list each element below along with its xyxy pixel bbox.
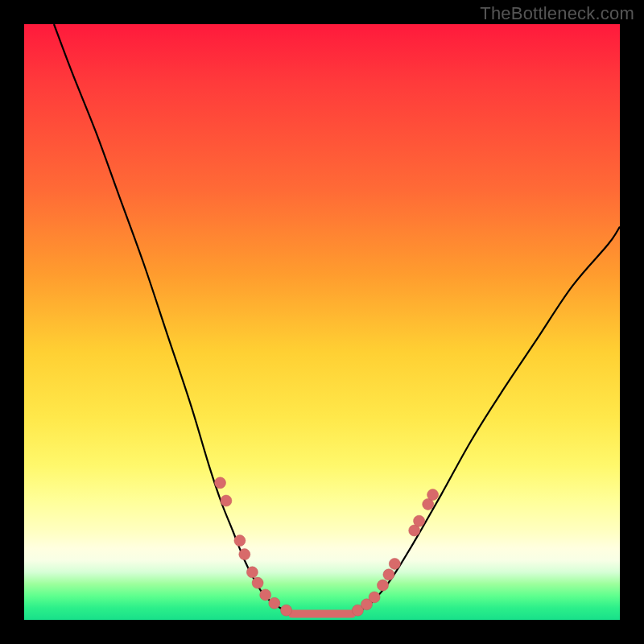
markers-left: [215, 477, 292, 616]
marker-dot: [383, 569, 394, 580]
marker-dot: [369, 592, 380, 603]
chart-frame: TheBottleneck.com: [0, 0, 644, 644]
marker-dot: [234, 535, 246, 547]
left-curve: [54, 24, 292, 614]
plot-area: [24, 24, 620, 620]
chart-overlay: [24, 24, 620, 620]
marker-dot: [221, 495, 232, 506]
marker-dot: [378, 580, 389, 591]
marker-dot: [269, 597, 280, 609]
marker-dot: [260, 589, 271, 601]
watermark-text: TheBottleneck.com: [480, 3, 634, 24]
markers-right: [352, 489, 438, 617]
marker-dot: [252, 577, 263, 588]
marker-dot: [239, 549, 250, 560]
marker-dot: [246, 567, 258, 578]
marker-dot: [427, 489, 439, 501]
marker-dot: [215, 477, 226, 489]
right-curve: [352, 227, 620, 614]
marker-dot: [414, 515, 425, 526]
marker-dot: [389, 558, 400, 569]
marker-dot: [281, 605, 292, 616]
